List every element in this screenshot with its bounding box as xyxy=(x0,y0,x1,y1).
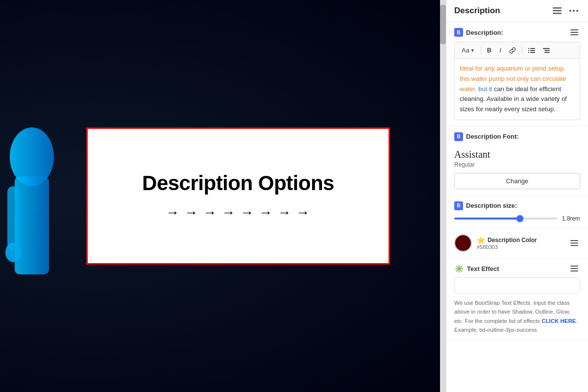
color-label: Description Color xyxy=(488,237,537,244)
svg-rect-14 xyxy=(530,48,535,49)
color-stack-icon xyxy=(570,240,578,246)
text-effect-stack-icon xyxy=(570,266,578,271)
svg-rect-20 xyxy=(544,50,550,51)
description-icon: B xyxy=(454,28,463,37)
svg-rect-17 xyxy=(528,52,529,53)
desc-text-highlight2: but it xyxy=(478,85,492,93)
text-effect-input[interactable] xyxy=(454,277,580,294)
svg-rect-2 xyxy=(7,186,20,250)
canvas-arrows: → → → → → → → → xyxy=(166,205,311,220)
stack-icon-btn[interactable] xyxy=(551,6,564,15)
blue-figure xyxy=(5,118,59,289)
svg-rect-16 xyxy=(530,50,535,51)
content-box: Description Options → → → → → → → → xyxy=(86,127,390,265)
canvas-title: Description Options xyxy=(142,172,334,195)
color-stack-btn[interactable] xyxy=(568,239,580,247)
dots-icon xyxy=(569,10,578,12)
link-icon xyxy=(509,47,516,54)
color-section: ⭐ Description Color #580303 xyxy=(446,228,588,258)
size-section-header: B Description size: xyxy=(454,201,580,210)
svg-rect-18 xyxy=(530,52,535,53)
color-info: ⭐ Description Color #580303 xyxy=(477,236,537,250)
italic-btn[interactable]: I xyxy=(496,45,504,55)
rich-text-toolbar: Aa ▼ B I xyxy=(454,42,580,59)
toolbar-divider-2 xyxy=(522,47,522,54)
list-btn[interactable] xyxy=(525,46,538,55)
color-swatch[interactable] xyxy=(454,234,472,252)
description-text-area[interactable]: Ideal for any aquarium or pond setup, th… xyxy=(454,59,580,120)
svg-point-8 xyxy=(573,10,575,12)
svg-rect-5 xyxy=(553,10,562,12)
svg-rect-11 xyxy=(570,32,578,33)
size-icon: B xyxy=(454,201,463,210)
svg-rect-12 xyxy=(570,34,578,35)
canvas-area: Description Options → → → → → → → → xyxy=(0,0,446,392)
svg-rect-24 xyxy=(570,245,578,246)
font-label: B Description Font: xyxy=(454,132,519,141)
canvas-scrollbar[interactable] xyxy=(440,0,446,392)
svg-rect-15 xyxy=(528,50,529,51)
description-section-header: B Description: xyxy=(454,28,580,37)
font-section: B Description Font: Assistant Regular Ch… xyxy=(446,126,588,196)
svg-rect-23 xyxy=(570,243,578,244)
change-font-btn[interactable]: Change xyxy=(454,173,580,189)
click-here-link[interactable]: CLICK HERE xyxy=(541,318,576,324)
font-name-display: Assistant xyxy=(454,146,580,161)
svg-rect-19 xyxy=(543,48,550,49)
size-section: B Description size: 1.8rem xyxy=(446,196,588,228)
description-section: B Description: Aa ▼ B I xyxy=(446,22,588,126)
scrollbar-thumb[interactable] xyxy=(440,5,446,44)
text-effect-label: ✳️ Text Effect xyxy=(454,264,499,273)
text-effect-help: We use BootStrap Text Effects. Input the… xyxy=(454,298,580,335)
toolbar-divider-1 xyxy=(481,47,481,54)
color-row: ⭐ Description Color #580303 xyxy=(454,234,580,252)
text-effect-stack-btn[interactable] xyxy=(568,265,580,272)
description-label: B Description: xyxy=(454,28,503,37)
panel-header-icons xyxy=(551,6,580,15)
svg-rect-26 xyxy=(570,268,578,269)
color-emoji: ⭐ xyxy=(477,236,485,244)
list-icon xyxy=(528,48,535,53)
stack-icon xyxy=(553,7,562,14)
font-icon: B xyxy=(454,132,463,141)
size-value: 1.8rem xyxy=(562,215,580,222)
link-btn[interactable] xyxy=(506,46,519,55)
color-hex: #580303 xyxy=(477,244,537,250)
text-effect-emoji: ✳️ xyxy=(454,264,464,273)
font-section-header: B Description Font: xyxy=(454,132,580,141)
description-stack-icon xyxy=(570,29,578,35)
svg-rect-4 xyxy=(553,7,562,9)
indent-btn[interactable] xyxy=(540,46,553,55)
size-label: B Description size: xyxy=(454,201,517,210)
svg-rect-25 xyxy=(570,266,578,267)
svg-rect-22 xyxy=(570,240,578,241)
panel-header: Description xyxy=(446,0,588,22)
font-style-display: Regular xyxy=(454,161,580,168)
svg-point-3 xyxy=(5,243,21,262)
size-row: 1.8rem xyxy=(454,215,580,222)
svg-point-7 xyxy=(569,10,571,12)
description-stack-btn[interactable] xyxy=(568,28,580,36)
more-options-btn[interactable] xyxy=(567,9,580,13)
panel-title: Description xyxy=(454,6,500,16)
svg-point-9 xyxy=(576,10,578,12)
svg-rect-21 xyxy=(544,52,550,53)
right-panel: Description B Descript xyxy=(446,0,588,392)
svg-rect-1 xyxy=(15,176,49,274)
svg-rect-6 xyxy=(553,13,562,14)
indent-icon xyxy=(543,48,550,53)
svg-rect-13 xyxy=(528,48,529,49)
font-select-btn[interactable]: Aa ▼ xyxy=(459,45,478,55)
bold-btn[interactable]: B xyxy=(484,45,494,55)
size-slider[interactable] xyxy=(454,218,557,220)
text-effect-section: ✳️ Text Effect We use BootStrap Text Eff… xyxy=(446,258,588,341)
svg-rect-27 xyxy=(570,270,578,271)
svg-rect-10 xyxy=(570,29,578,30)
text-effect-header: ✳️ Text Effect xyxy=(454,264,580,273)
